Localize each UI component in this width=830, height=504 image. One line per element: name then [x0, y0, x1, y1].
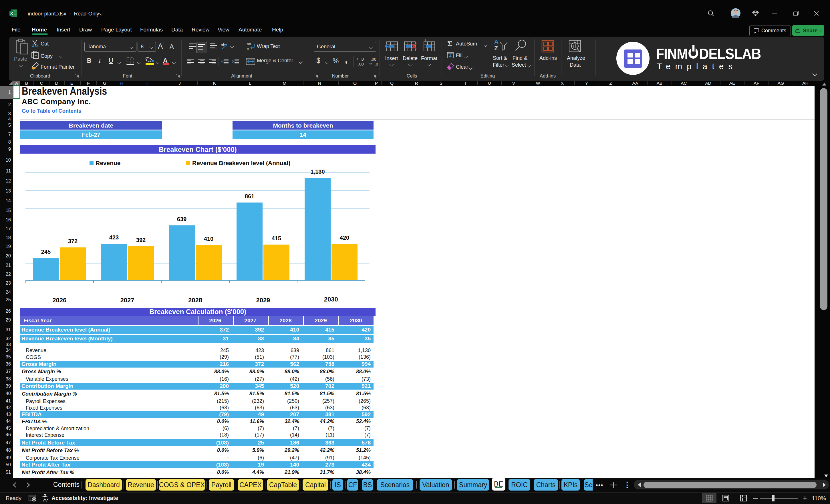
svg-text:.0: .0 [360, 57, 364, 62]
svg-text:ab: ab [247, 42, 251, 46]
svg-text:X: X [10, 11, 13, 16]
svg-text:.00: .00 [358, 62, 364, 66]
svg-text:c: c [247, 46, 249, 51]
svg-text:.0: .0 [375, 62, 378, 66]
svg-text:.00: .00 [371, 57, 376, 62]
